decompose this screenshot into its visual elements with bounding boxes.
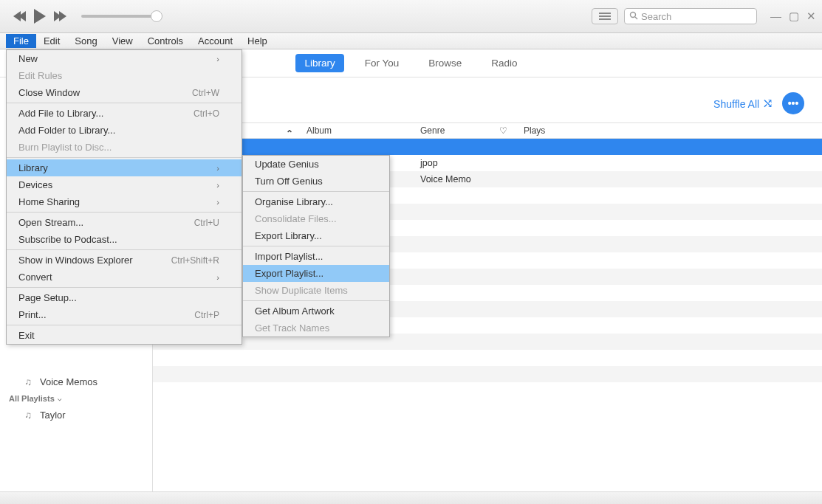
sidebar-item-voice-memos[interactable]: ♫ Voice Memos [0, 373, 152, 391]
close-button[interactable]: ✕ [806, 10, 816, 23]
menu-separator [7, 287, 242, 288]
col-album[interactable]: Album [301, 125, 414, 136]
menu-new[interactable]: New› [7, 50, 242, 67]
menu-subscribe-podcast[interactable]: Subscribe to Podcast... [7, 231, 242, 248]
header-actions: Shuffle All ⤭ ••• [713, 92, 804, 114]
play-button[interactable] [34, 9, 46, 24]
submenu-export-playlist[interactable]: Export Playlist... [243, 265, 389, 282]
menu-library[interactable]: Library› [7, 159, 242, 176]
playback-controls [13, 9, 66, 24]
volume-slider[interactable] [81, 15, 162, 18]
tab-browse[interactable]: Browse [419, 54, 470, 72]
menu-edit-rules: Edit Rules [7, 67, 242, 84]
menu-separator [243, 246, 389, 246]
menu-separator [7, 325, 242, 325]
menu-bar: File Edit Song View Controls Account Hel… [0, 33, 822, 49]
menu-devices[interactable]: Devices› [7, 176, 242, 193]
menu-home-sharing[interactable]: Home Sharing› [7, 193, 242, 210]
col-loved[interactable]: ♡ [488, 125, 518, 136]
table-row[interactable] [153, 366, 822, 382]
submenu-get-artwork[interactable]: Get Album Artwork [243, 303, 389, 320]
window-controls: — ▢ ✕ [770, 10, 816, 23]
shuffle-icon: ⤭ [762, 96, 773, 111]
playlist-title: : [171, 89, 713, 105]
sidebar-item-taylor[interactable]: ♫ Taylor [0, 406, 152, 424]
menu-separator [7, 249, 242, 250]
submenu-update-genius[interactable]: Update Genius [243, 156, 389, 173]
tab-for-you[interactable]: For You [356, 54, 408, 72]
search-icon [629, 11, 638, 22]
list-icon: ♫ [22, 376, 34, 387]
svg-line-1 [635, 17, 637, 19]
content-header: : minutes Shuffle All ⤭ ••• [153, 77, 822, 122]
svg-point-0 [631, 12, 636, 17]
table-row[interactable] [153, 382, 822, 398]
menu-song[interactable]: Song [67, 34, 104, 48]
submenu-import-playlist[interactable]: Import Playlist... [243, 248, 389, 265]
menu-print[interactable]: Print...Ctrl+P [7, 306, 242, 323]
bottom-bar [0, 491, 822, 504]
submenu-organise-library[interactable]: Organise Library... [243, 193, 389, 210]
playlist-subtitle: minutes [171, 106, 713, 117]
search-placeholder: Search [641, 11, 671, 22]
shuffle-all-button[interactable]: Shuffle All ⤭ [713, 95, 773, 111]
submenu-show-duplicate: Show Duplicate Items [243, 282, 389, 299]
submenu-get-track-names: Get Track Names [243, 320, 389, 336]
maximize-button[interactable]: ▢ [789, 10, 799, 23]
chevron-right-icon: › [216, 273, 219, 282]
next-button[interactable] [56, 11, 66, 21]
table-row[interactable]: 29 acdc [153, 139, 822, 155]
sidebar-label: Taylor [40, 410, 66, 421]
menu-add-file[interactable]: Add File to Library...Ctrl+O [7, 105, 242, 122]
menu-exit[interactable]: Exit [7, 327, 242, 344]
table-header: me Artist⌃ Album Genre ♡ Plays [153, 122, 822, 139]
menu-file[interactable]: File [6, 34, 36, 48]
col-genre[interactable]: Genre [414, 125, 488, 136]
menu-controls[interactable]: Controls [140, 34, 191, 48]
more-button[interactable]: ••• [782, 92, 804, 114]
menu-burn-playlist: Burn Playlist to Disc... [7, 139, 242, 156]
sidebar-label: Voice Memos [40, 376, 97, 387]
chevron-right-icon: › [216, 55, 219, 63]
submenu-export-library[interactable]: Export Library... [243, 227, 389, 244]
player-bar: Search — ▢ ✕ [0, 0, 822, 33]
menu-separator [7, 103, 242, 103]
sort-asc-icon: ⌃ [286, 128, 293, 139]
menu-account[interactable]: Account [191, 34, 240, 48]
tab-radio[interactable]: Radio [482, 54, 526, 72]
menu-help[interactable]: Help [240, 34, 275, 48]
volume-knob[interactable] [151, 10, 162, 22]
menu-edit[interactable]: Edit [36, 34, 67, 48]
library-submenu: Update Genius Turn Off Genius Organise L… [242, 155, 390, 337]
col-plays[interactable]: Plays [518, 125, 562, 136]
submenu-consolidate: Consolidate Files... [243, 210, 389, 227]
menu-close-window[interactable]: Close WindowCtrl+W [7, 84, 242, 101]
menu-separator [7, 212, 242, 213]
chevron-right-icon: › [216, 164, 219, 173]
tab-library[interactable]: Library [295, 54, 343, 72]
menu-open-stream[interactable]: Open Stream...Ctrl+U [7, 214, 242, 231]
chevron-right-icon: › [216, 198, 219, 207]
right-toolbar: Search — ▢ ✕ [592, 8, 816, 24]
menu-show-explorer[interactable]: Show in Windows ExplorerCtrl+Shift+R [7, 252, 242, 269]
menu-view[interactable]: View [105, 34, 140, 48]
menu-separator [243, 300, 389, 301]
file-menu-dropdown: New› Edit Rules Close WindowCtrl+W Add F… [6, 49, 242, 345]
sidebar-header-all-playlists[interactable]: All Playlists ⌵ [0, 391, 152, 406]
chevron-down-icon: ⌵ [58, 395, 61, 402]
menu-separator [243, 191, 389, 192]
search-input[interactable]: Search [624, 8, 757, 24]
submenu-turn-off-genius[interactable]: Turn Off Genius [243, 173, 389, 190]
chevron-right-icon: › [216, 181, 219, 190]
list-icon: ♫ [22, 410, 34, 421]
previous-button[interactable] [13, 11, 24, 21]
table-row[interactable] [153, 350, 822, 366]
menu-separator [7, 157, 242, 158]
menu-convert[interactable]: Convert› [7, 269, 242, 286]
minimize-button[interactable]: — [770, 10, 781, 23]
menu-page-setup[interactable]: Page Setup... [7, 289, 242, 306]
list-view-button[interactable] [592, 8, 618, 24]
menu-add-folder[interactable]: Add Folder to Library... [7, 122, 242, 139]
